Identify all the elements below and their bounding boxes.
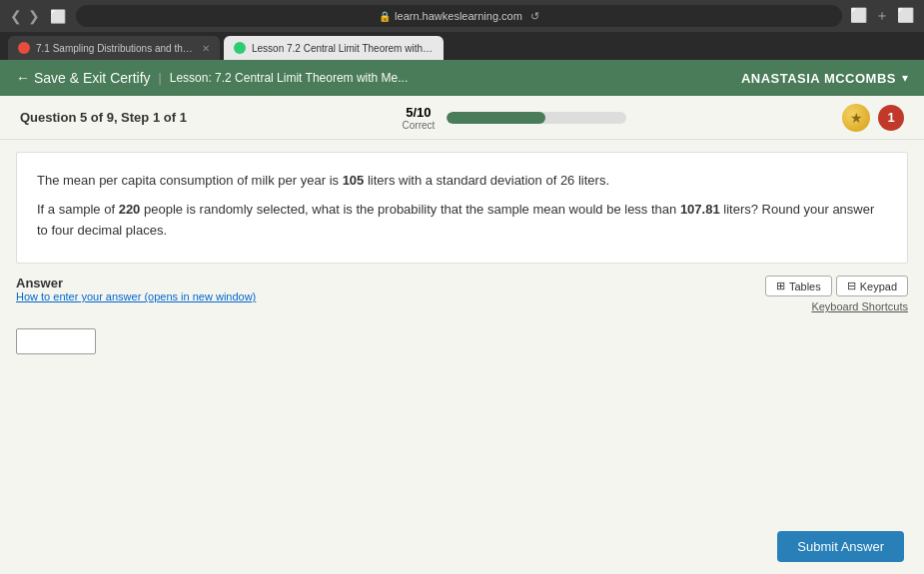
value-sample: 220 <box>119 202 141 217</box>
tab-label-2: Lesson 7.2 Central Limit Theorem with Me… <box>252 43 434 54</box>
tab-favicon-1 <box>18 42 30 54</box>
progress-correct-label: Correct <box>403 120 436 131</box>
back-button[interactable]: ❮ <box>10 8 22 24</box>
progress-center: 5/10 Correct <box>207 105 822 131</box>
tab-central-limit[interactable]: Lesson 7.2 Central Limit Theorem with Me… <box>224 36 444 60</box>
answer-tools: ⊞ Tables ⊟ Keypad Keyboard Shortcuts <box>765 276 908 312</box>
more-icon[interactable]: ⬜ <box>897 7 914 25</box>
tab-close-1[interactable]: ✕ <box>202 43 210 54</box>
answer-label: Answer <box>16 276 256 290</box>
header-left: ← Save & Exit Certify | Lesson: 7.2 Cent… <box>16 70 408 86</box>
reload-icon[interactable]: ↺ <box>530 10 539 23</box>
user-dropdown[interactable]: ▾ <box>902 71 908 85</box>
progress-bar-fill <box>447 112 545 124</box>
main-content: The mean per capita consumption of milk … <box>0 140 924 574</box>
header-right: ANASTASIA MCCOMBS ▾ <box>741 71 908 86</box>
keypad-button[interactable]: ⊟ Keypad <box>836 276 908 296</box>
coin-icon: ★ <box>842 104 870 132</box>
user-name: ANASTASIA MCCOMBS <box>741 71 896 86</box>
keypad-icon: ⊟ <box>847 280 856 292</box>
browser-chrome: ❮ ❯ ⬜ 🔒 learn.hawkeslearning.com ↺ ⬜ ＋ ⬜ <box>0 0 924 32</box>
answer-section: Answer How to enter your answer (opens i… <box>16 264 908 354</box>
tab-label-1: 7.1 Sampling Distributions and the Centr… <box>36 43 196 54</box>
add-tab-icon[interactable]: ＋ <box>875 7 889 25</box>
tables-button[interactable]: ⊞ Tables <box>765 276 832 296</box>
header-separator: | <box>159 71 162 85</box>
progress-fraction: 5/10 Correct <box>403 105 436 131</box>
save-exit-button[interactable]: ← Save & Exit Certify <box>16 70 151 86</box>
forward-button[interactable]: ❯ <box>28 8 40 24</box>
score-badge: 1 <box>878 105 904 131</box>
browser-nav: ❮ ❯ <box>10 8 40 24</box>
progress-area: Question 5 of 9, Step 1 of 1 5/10 Correc… <box>0 96 924 140</box>
value-mean: 105 <box>343 173 365 188</box>
progress-bar-container <box>447 112 626 124</box>
tools-row: ⊞ Tables ⊟ Keypad <box>765 276 908 296</box>
lesson-title: Lesson: 7.2 Central Limit Theorem with M… <box>170 71 409 85</box>
score-area: ★ 1 <box>842 104 904 132</box>
table-icon: ⊞ <box>776 280 785 292</box>
lock-icon: 🔒 <box>379 11 391 22</box>
keyboard-shortcuts-link[interactable]: Keyboard Shortcuts <box>811 300 908 312</box>
submit-button[interactable]: Submit Answer <box>777 531 904 562</box>
tab-favicon-2 <box>234 42 246 54</box>
question-paragraph-2: If a sample of 220 people is randomly se… <box>37 200 887 242</box>
question-card: The mean per capita consumption of milk … <box>16 152 908 264</box>
answer-header: Answer How to enter your answer (opens i… <box>16 276 908 312</box>
address-bar[interactable]: 🔒 learn.hawkeslearning.com ↺ <box>76 5 842 27</box>
url-text: learn.hawkeslearning.com <box>395 10 522 22</box>
answer-input[interactable] <box>16 328 96 354</box>
tab-sampling-distributions[interactable]: 7.1 Sampling Distributions and the Centr… <box>8 36 220 60</box>
value-threshold: 107.81 <box>680 202 720 217</box>
share-icon[interactable]: ⬜ <box>850 7 867 25</box>
cast-icon: ⬜ <box>48 9 68 24</box>
tab-bar: 7.1 Sampling Distributions and the Centr… <box>0 32 924 60</box>
question-label: Question 5 of 9, Step 1 of 1 <box>20 110 187 125</box>
progress-numerator: 5/10 <box>403 105 436 120</box>
browser-actions: ⬜ ＋ ⬜ <box>850 7 914 25</box>
submit-container: Submit Answer <box>777 531 904 562</box>
hawkes-header: ← Save & Exit Certify | Lesson: 7.2 Cent… <box>0 60 924 96</box>
answer-left: Answer How to enter your answer (opens i… <box>16 276 256 302</box>
how-to-enter-link[interactable]: How to enter your answer (opens in new w… <box>16 290 256 302</box>
question-paragraph-1: The mean per capita consumption of milk … <box>37 171 887 192</box>
